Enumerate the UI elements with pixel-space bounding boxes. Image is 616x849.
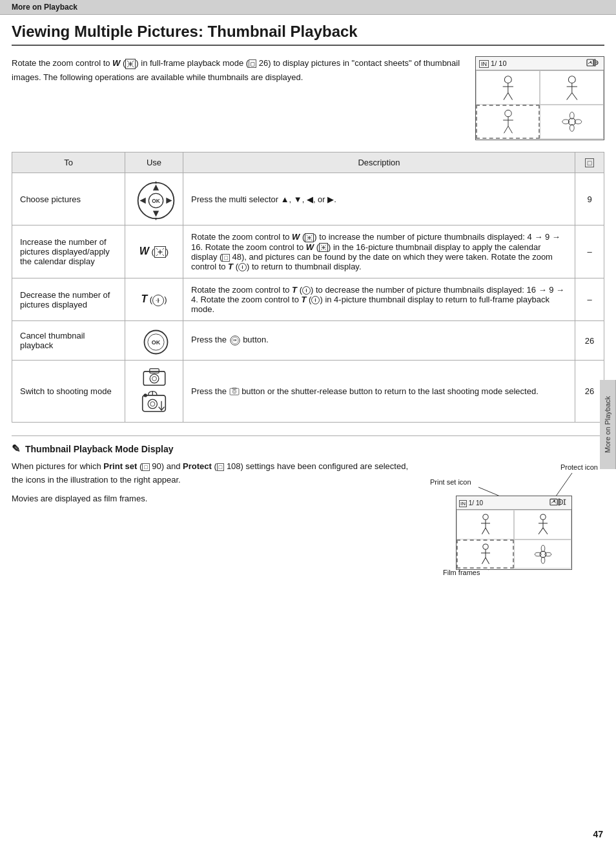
print-protect-icons (586, 58, 601, 67)
print-protect-icons-annotated (549, 498, 569, 507)
use-w-icon: W ( ) (125, 225, 183, 278)
side-tab-text: More on Playback (604, 396, 611, 453)
svg-point-13 (568, 76, 575, 83)
use-ok-button: OK (125, 321, 183, 361)
ann-cell-1 (457, 510, 514, 540)
header-row: To Use Description □ (12, 152, 604, 173)
use-camera-shutter (125, 361, 183, 423)
thumb-display-topbar: IN 1/ 10 (476, 57, 604, 70)
thumb-grid-intro (476, 70, 604, 139)
table-row: Decrease the number of pictures displaye… (12, 278, 604, 321)
svg-line-51 (321, 245, 322, 246)
book-ref-1: □ (249, 59, 256, 68)
thumb-cell-3-dashed (476, 105, 540, 139)
table-row: Increase the number of pictures displaye… (12, 225, 604, 278)
page-content: Viewing Multiple Pictures: Thumbnail Pla… (0, 23, 616, 596)
svg-line-2 (127, 60, 130, 63)
svg-line-96 (539, 528, 543, 534)
note-title: Thumbnail Playback Mode Display (25, 444, 174, 454)
t-icon-desc (302, 286, 311, 295)
top-bar: More on Playback (0, 0, 616, 15)
thumb-annotated-icons (549, 498, 569, 508)
svg-point-93 (540, 514, 545, 519)
t-icon-inline (238, 263, 247, 271)
desc-switch-shooting: Press the button or the shutter-release … (183, 361, 575, 423)
svg-point-77 (144, 394, 147, 397)
svg-point-82 (233, 391, 235, 393)
ok-button-icon: OK (141, 328, 167, 353)
multi-selector-svg: OK ▲ ▼ (135, 180, 177, 222)
svg-line-21 (504, 126, 508, 133)
t-icon-desc-2 (311, 296, 320, 304)
protect-icon-label: Protect icon (560, 463, 598, 471)
intro-image-area: IN 1/ 10 (475, 56, 604, 140)
ref-increase-pictures: – (575, 225, 604, 278)
flower-figure (547, 109, 597, 135)
table-header: To Use Description □ (12, 152, 604, 173)
ann-cell-4 (514, 540, 571, 569)
svg-text:▼: ▼ (154, 216, 158, 221)
print-set-icon-label: Print set icon (430, 478, 471, 486)
svg-line-39 (156, 248, 158, 250)
thumbnail-display-intro: IN 1/ 10 (475, 56, 604, 140)
thumb-annotated-grid (457, 510, 571, 569)
w-zoom-icon (125, 59, 136, 69)
svg-marker-33 (139, 198, 145, 204)
svg-line-11 (504, 93, 508, 100)
svg-point-72 (152, 377, 156, 381)
thumb-counter-left: IN 1/ 10 (479, 59, 507, 67)
w-letter: W (112, 58, 120, 68)
movies-note: Movies are displayed as film frames. (12, 492, 411, 506)
table-row: Cancel thumbnail playback OK Press the (12, 321, 604, 361)
svg-point-106 (535, 552, 541, 556)
note-text-block: When pictures for which Print set (□ 90)… (12, 460, 411, 576)
note-content: When pictures for which Print set (□ 90)… (12, 460, 604, 576)
ann-cell-3-dashed (457, 540, 514, 569)
thumb-display-annotated: IN 1/ 10 (456, 496, 572, 570)
svg-line-46 (311, 235, 313, 236)
svg-point-76 (150, 402, 155, 406)
ann-person-3 (477, 542, 495, 567)
intro-section: Rotate the zoom control to W ( ) in full… (12, 56, 604, 140)
svg-text:OK: OK (151, 339, 160, 346)
svg-point-7 (590, 61, 591, 63)
svg-marker-32 (152, 211, 158, 216)
to-decrease-pictures: Decrease the number of pictures displaye… (12, 278, 125, 321)
note-pencil-icon: ✎ (12, 443, 20, 455)
svg-line-97 (543, 528, 548, 534)
ref-choose-pictures: 9 (575, 173, 604, 225)
w-icon-inline-2 (319, 243, 328, 252)
to-cancel-playback: Cancel thumbnail playback (12, 321, 125, 361)
svg-line-101 (482, 557, 486, 563)
use-t-icon: T ( ) (125, 278, 183, 321)
multi-selector-icon: OK ▲ ▼ (135, 180, 174, 218)
thumb-annotated-counter: IN 1/ 10 (459, 499, 483, 507)
svg-line-12 (508, 93, 513, 100)
ref-cancel-playback: 26 (575, 321, 604, 361)
ok-btn-svg: OK (141, 328, 170, 357)
svg-line-16 (566, 93, 571, 100)
ann-person-2 (534, 512, 552, 537)
svg-rect-70 (149, 369, 159, 373)
svg-line-47 (307, 239, 308, 240)
svg-point-103 (540, 551, 546, 558)
svg-line-92 (486, 528, 489, 534)
camera-shutter-icons (133, 367, 175, 415)
desc-choose-pictures: Press the multi selector ▲, ▼, ◀, or ▶. (183, 173, 575, 225)
desc-decrease-pictures: Rotate the zoom control to T ( ) to decr… (183, 278, 575, 321)
w-icon-svg (154, 246, 166, 258)
table-row: Switch to shooting mode (12, 361, 604, 423)
note-annotation-area: Protect icon Print set icon IN 1/ 10 (424, 460, 604, 576)
side-tab-label: More on Playback (600, 380, 616, 469)
thumb-cell-1 (476, 70, 540, 105)
page-number: 47 (593, 829, 603, 839)
ok-btn-inline: OK (229, 335, 241, 346)
ann-flower (534, 542, 552, 567)
svg-point-75 (148, 399, 157, 408)
to-increase-pictures: Increase the number of pictures displaye… (12, 225, 125, 278)
shutter-icon-svg (139, 390, 169, 415)
svg-line-54 (325, 249, 326, 250)
svg-line-40 (162, 248, 164, 250)
svg-text:OK: OK (233, 339, 237, 342)
ann-cell-2 (514, 510, 571, 540)
